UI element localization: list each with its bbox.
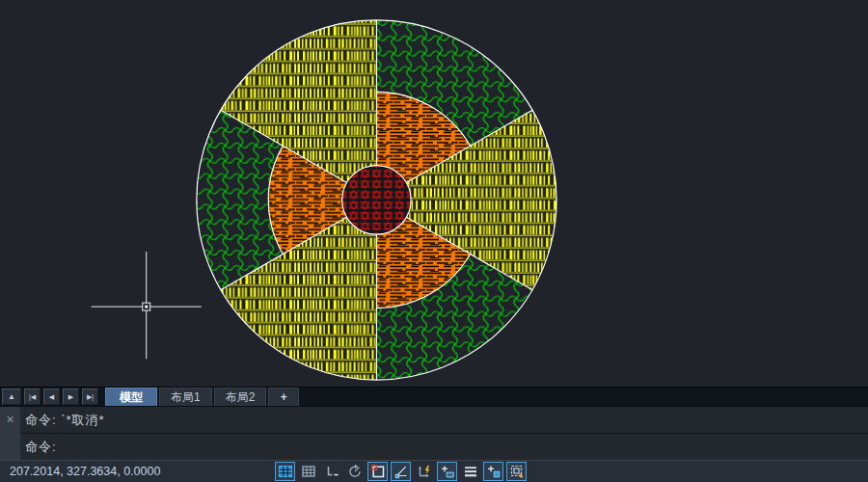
tab-scroll-next-icon[interactable]: ▶ [63,388,79,405]
cad-window: ▲ |◀ ◀ ▶ ▶| 模型 布局1 布局2 + × 命令: `*取消* 命令:… [0,0,868,482]
drawing-canvas[interactable] [0,0,868,387]
dynamic-input-icon[interactable] [414,462,434,481]
crosshair-cursor [92,252,202,359]
add-layout-button[interactable]: + [268,388,299,406]
tab-scroll-last-icon[interactable]: ▶| [82,388,98,405]
tab-model[interactable]: 模型 [105,388,157,406]
snap-icon[interactable] [298,462,318,481]
tab-layout1[interactable]: 布局1 [159,388,212,406]
add-annotation-scales-icon[interactable] [483,462,503,481]
lineweight-icon[interactable] [460,462,480,481]
tab-menu-up-icon[interactable]: ▲ [2,388,21,405]
status-toggles [275,461,529,482]
layout-tab-bar: ▲ |◀ ◀ ▶ ▶| 模型 布局1 布局2 + [0,387,868,406]
object-snap-icon[interactable] [367,462,388,481]
status-bar: 207.2014, 327.3634, 0.0000 [0,460,868,482]
layout-tabs: 模型 布局1 布局2 + [105,388,301,406]
object-snap-tracking-icon[interactable] [391,462,411,481]
coordinates-readout[interactable]: 207.2014, 327.3634, 0.0000 [10,461,160,482]
command-input-line[interactable]: 命令: [20,434,868,460]
tab-scroll-first-icon[interactable]: |◀ [24,388,41,405]
polar-tracking-icon[interactable] [344,462,365,481]
ortho-icon[interactable] [321,462,341,481]
command-history: 命令: `*取消* 命令: [20,407,868,460]
command-window: × 命令: `*取消* 命令: [0,406,868,460]
command-history-line: 命令: `*取消* [20,407,868,434]
tab-layout2[interactable]: 布局2 [214,388,267,406]
annotation-scale-sync-icon[interactable] [506,462,527,481]
quick-properties-icon[interactable] [437,462,457,481]
command-window-grip[interactable]: × [0,407,20,460]
grid-icon[interactable] [275,462,295,481]
command-close-icon[interactable]: × [6,412,14,427]
tab-scroll-prev-icon[interactable]: ◀ [43,388,60,405]
